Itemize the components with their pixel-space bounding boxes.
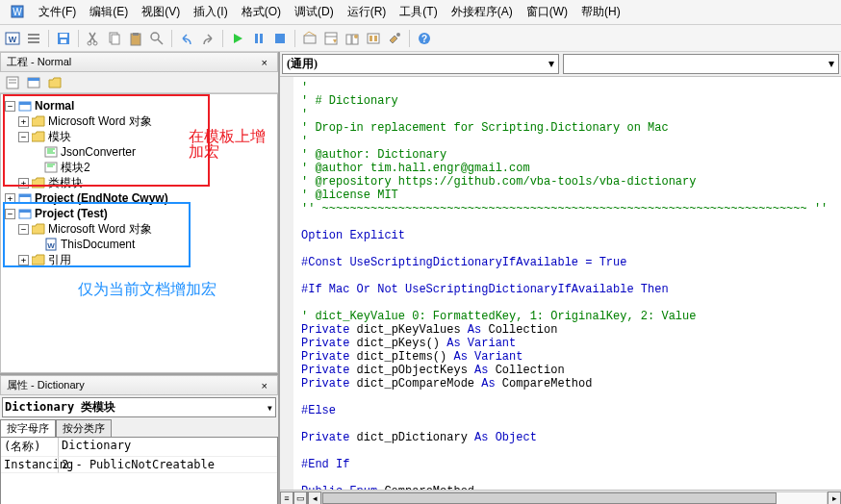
project-tree[interactable]: 在模板上增加宏 仅为当前文档增加宏 −Normal +Microsoft Wor…	[0, 93, 278, 373]
svg-rect-9	[61, 39, 66, 43]
scroll-right-icon[interactable]: ▸	[828, 491, 841, 504]
svg-rect-30	[370, 36, 372, 41]
svg-text:?: ?	[421, 34, 427, 44]
svg-point-28	[354, 35, 358, 38]
procedure-view-icon[interactable]: ≡	[280, 491, 293, 504]
tab-alphabetic[interactable]: 按字母序	[0, 419, 56, 437]
tree-item-endnote[interactable]: +Project (EndNote Cwyw)	[5, 190, 273, 206]
separator	[294, 30, 295, 47]
procedure-dropdown[interactable]: ▾	[563, 54, 840, 74]
annotation-red-text: 在模板上增加宏	[189, 129, 277, 160]
tab-categorized[interactable]: 按分类序	[56, 419, 112, 437]
properties-icon[interactable]	[322, 30, 340, 47]
annotation-blue-text: 仅为当前文档增加宏	[78, 282, 217, 297]
prop-value[interactable]: Dictionary	[59, 438, 277, 457]
left-panel: 工程 - Normal × 在模板上增加宏 仅为当前文档增加宏 −Normal …	[0, 52, 280, 504]
svg-rect-50	[19, 194, 31, 197]
folder-icon[interactable]	[46, 74, 64, 91]
prop-key: (名称)	[1, 438, 59, 457]
paste-icon[interactable]	[127, 30, 144, 47]
properties-panel: 属性 - Dictionary × Dictionary 类模块▾ 按字母序 按…	[0, 373, 278, 504]
menu-edit[interactable]: 编辑(E)	[84, 2, 134, 22]
tree-item-word-objects[interactable]: +Microsoft Word 对象	[5, 113, 273, 129]
svg-rect-20	[260, 34, 263, 43]
project-explorer-icon[interactable]	[344, 30, 361, 47]
tree-item-test[interactable]: −Project (Test)	[5, 206, 273, 221]
menu-file[interactable]: 文件(F)	[33, 2, 82, 22]
scroll-track[interactable]	[321, 491, 828, 504]
object-browser-icon[interactable]	[365, 30, 382, 47]
menu-addins[interactable]: 外接程序(A)	[446, 2, 519, 22]
svg-text:W: W	[13, 7, 22, 17]
view-object-icon[interactable]	[25, 74, 42, 91]
svg-point-16	[151, 33, 159, 40]
svg-rect-8	[60, 34, 67, 38]
close-icon[interactable]: ×	[258, 57, 271, 68]
svg-rect-6	[28, 41, 39, 43]
properties-grid[interactable]: (名称) Dictionary Instancing 2 - PublicNot…	[0, 437, 278, 504]
pause-icon[interactable]	[250, 30, 268, 47]
help-icon[interactable]: ?	[416, 30, 433, 47]
copy-icon[interactable]	[106, 30, 123, 47]
properties-tabs: 按字母序 按分类序	[0, 419, 278, 437]
main-area: 工程 - Normal × 在模板上增加宏 仅为当前文档增加宏 −Normal …	[0, 52, 841, 504]
tree-item-module2[interactable]: 模块2	[5, 160, 273, 175]
prop-key: Instancing	[1, 457, 59, 473]
menu-insert[interactable]: 插入(I)	[188, 2, 233, 22]
svg-marker-18	[234, 34, 242, 43]
cut-icon[interactable]	[85, 30, 102, 47]
tree-item-classmodules[interactable]: +类模块	[5, 175, 273, 190]
object-dropdown[interactable]: (通用)▾	[282, 54, 559, 74]
scroll-left-icon[interactable]: ◂	[308, 491, 321, 504]
separator	[171, 30, 172, 47]
menu-tools[interactable]: 工具(T)	[394, 2, 443, 22]
project-toolbar	[0, 72, 278, 93]
svg-rect-4	[28, 34, 39, 36]
svg-rect-31	[374, 36, 377, 41]
svg-rect-21	[275, 34, 285, 43]
svg-rect-5	[28, 38, 39, 39]
undo-icon[interactable]	[178, 30, 195, 47]
toolbox-icon[interactable]	[386, 30, 403, 47]
menu-view[interactable]: 视图(V)	[136, 2, 186, 22]
separator	[78, 30, 79, 47]
menu-dropdown-icon[interactable]	[25, 30, 42, 47]
view-code-icon[interactable]	[4, 74, 21, 91]
word-icon[interactable]: W	[4, 30, 21, 47]
close-icon[interactable]: ×	[258, 380, 271, 391]
menu-run[interactable]: 运行(R)	[342, 2, 393, 22]
redo-icon[interactable]	[199, 30, 217, 47]
code-panel: (通用)▾ ▾ ' ' # Dictionary ' ' Drop-in rep…	[280, 52, 841, 504]
tree-item-thisdocument[interactable]: WThisDocument	[5, 237, 273, 252]
save-icon[interactable]	[55, 30, 72, 47]
code-editor[interactable]: ' ' # Dictionary ' ' Drop-in replacement…	[280, 77, 841, 490]
properties-panel-label: 属性 - Dictionary	[7, 378, 85, 392]
tree-item-refs[interactable]: +引用	[5, 252, 273, 267]
design-icon[interactable]	[301, 30, 319, 47]
svg-rect-13	[112, 35, 119, 44]
menu-help[interactable]: 帮助(H)	[575, 2, 626, 22]
prop-value[interactable]: 2 - PublicNotCreatable	[59, 457, 277, 473]
tree-item-normal[interactable]: −Normal	[5, 98, 273, 113]
tree-item-test-word[interactable]: −Microsoft Word 对象	[5, 221, 273, 237]
app-icon: W	[4, 2, 31, 22]
menu-debug[interactable]: 调试(D)	[289, 2, 340, 22]
menu-format[interactable]: 格式(O)	[236, 2, 287, 22]
horizontal-scrollbar[interactable]: ≡ ▭ ◂ ▸	[280, 490, 841, 504]
svg-rect-52	[19, 210, 31, 213]
full-view-icon[interactable]: ▭	[293, 491, 307, 504]
prop-row-name[interactable]: (名称) Dictionary	[1, 438, 277, 457]
find-icon[interactable]	[148, 30, 166, 47]
run-icon[interactable]	[229, 30, 246, 47]
object-combo[interactable]: Dictionary 类模块▾	[2, 397, 276, 417]
prop-row-instancing[interactable]: Instancing 2 - PublicNotCreatable	[1, 457, 277, 473]
svg-text:W: W	[9, 35, 17, 44]
svg-text:W: W	[47, 241, 55, 250]
project-panel-label: 工程 - Normal	[7, 55, 71, 69]
svg-point-32	[396, 33, 400, 37]
menu-window[interactable]: 窗口(W)	[521, 2, 573, 22]
properties-panel-title: 属性 - Dictionary ×	[0, 375, 278, 395]
stop-icon[interactable]	[271, 30, 289, 47]
properties-combo-wrap: Dictionary 类模块▾	[0, 395, 278, 419]
scroll-thumb[interactable]	[322, 492, 777, 504]
